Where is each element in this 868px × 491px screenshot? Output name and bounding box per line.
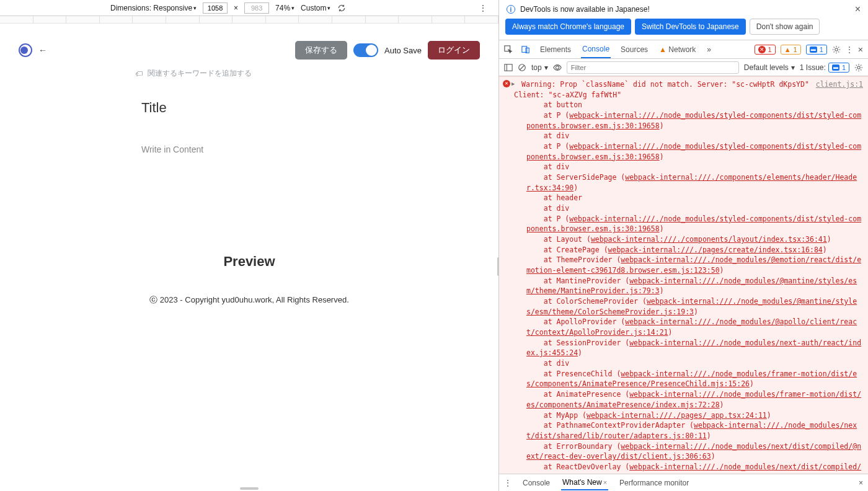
tag-icon: 🏷 — [135, 69, 143, 78]
close-devtools-icon[interactable]: × — [858, 45, 863, 55]
error-count-pill[interactable]: ✕1 — [755, 45, 776, 55]
close-banner-icon[interactable]: × — [855, 4, 861, 15]
drawer-tab-whatsnew[interactable]: What's New× — [561, 476, 608, 490]
devtools-panel: i DevTools is now available in Japanese!… — [499, 0, 868, 491]
kebab-menu-icon[interactable]: ⋮ — [479, 3, 487, 13]
settings-gear-icon[interactable] — [832, 45, 841, 54]
stack-link[interactable]: webpack-internal:///./node_modules/frame… — [526, 390, 861, 409]
drawer-kebab-icon[interactable]: ⋮ — [504, 479, 512, 487]
stack-link[interactable]: webpack-internal:///./node_modules/@mant… — [526, 297, 857, 316]
console-sidebar-toggle-icon[interactable] — [504, 63, 513, 72]
stack-link[interactable]: webpack-internal:///./pages/create/index… — [608, 246, 823, 254]
stack-frame: at div — [526, 203, 863, 214]
content-input[interactable]: Write in Content — [11, 120, 487, 179]
tab-elements[interactable]: Elements — [539, 42, 572, 58]
context-dropdown[interactable]: top ▾ — [531, 63, 548, 72]
tab-console[interactable]: Console — [581, 41, 611, 58]
stack-link[interactable]: webpack-internal:///./node_modules/next/… — [526, 462, 861, 474]
clear-console-icon[interactable] — [518, 63, 526, 72]
tag-placeholder: 関連するキーワードを追加する — [148, 68, 252, 79]
levels-value: Default levels — [744, 63, 789, 72]
always-match-button[interactable]: Always match Chrome's language — [505, 19, 631, 35]
issues-indicator[interactable]: 1 Issue: ▬1 — [800, 63, 849, 73]
throttle-dropdown[interactable]: Custom ▾ — [301, 4, 330, 12]
stack-link[interactable]: webpack-internal:///./components/element… — [526, 173, 857, 192]
stack-frame: at PathnameContextProviderAdapter (webpa… — [526, 420, 863, 441]
tab-sources[interactable]: Sources — [619, 42, 649, 58]
tag-input-row[interactable]: 🏷 関連するキーワードを追加する — [11, 66, 487, 81]
stack-link[interactable]: webpack-internal:///./node_modules/next-… — [526, 338, 861, 358]
login-button[interactable]: ログイン — [428, 41, 480, 60]
stack-link[interactable]: webpack-internal:///./node_modules/style… — [526, 142, 861, 161]
error-header-text: Warning: Prop `className` did not match.… — [514, 80, 809, 99]
tab-network[interactable]: ▲ Network — [658, 42, 697, 58]
warning-count-pill[interactable]: ▲1 — [781, 45, 801, 55]
dimensions-dropdown[interactable]: Dimensions: Responsive ▾ — [110, 4, 197, 12]
stack-link[interactable]: webpack-internal:///./node_modules/@mant… — [526, 276, 857, 296]
error-icon: ✕ — [503, 80, 510, 87]
kebab-menu-icon[interactable]: ⋮ — [846, 45, 853, 54]
console-error-message[interactable]: ✕ ▶ client.js:1 Warning: Prop `className… — [499, 76, 868, 474]
stack-frame: at ReactDevOverlay (webpack-internal:///… — [526, 462, 863, 474]
caret-down-icon: ▾ — [791, 63, 795, 72]
width-input[interactable] — [203, 2, 228, 14]
stack-link[interactable]: webpack-internal:///./node_modules/next/… — [526, 442, 861, 461]
save-button[interactable]: 保存する — [295, 41, 347, 60]
switch-japanese-button[interactable]: Switch DevTools to Japanese — [635, 19, 746, 35]
stack-frame: at P (webpack-internal:///./node_modules… — [526, 214, 863, 234]
stack-link[interactable]: webpack-internal:///./node_modules/frame… — [526, 369, 857, 389]
zoom-value: 74% — [275, 4, 290, 12]
stack-frame: at ApolloProvider (webpack-internal:///.… — [526, 317, 863, 337]
stack-frame: at P (webpack-internal:///./node_modules… — [526, 110, 863, 131]
stack-frame: at ServerSidePage (webpack-internal:///.… — [526, 172, 863, 193]
title-input[interactable]: Title — [11, 81, 487, 120]
dimensions-label: Dimensions: Responsive — [110, 4, 192, 12]
levels-dropdown[interactable]: Default levels ▾ — [744, 63, 795, 72]
app-frame: ← 保存する Auto Save ログイン 🏷 関連するキーワードを追加する T… — [11, 35, 487, 480]
autosave-label: Auto Save — [384, 46, 422, 55]
stack-link[interactable]: webpack-internal:///./node_modules/next/… — [526, 421, 857, 440]
svg-point-8 — [556, 66, 559, 69]
caret-down-icon: ▾ — [291, 5, 294, 11]
close-drawer-icon[interactable]: × — [859, 479, 863, 487]
stack-link[interactable]: webpack-internal:///./node_modules/@apol… — [526, 317, 857, 337]
stack-link[interactable]: webpack-internal:///./node_modules/style… — [526, 215, 861, 234]
stack-link[interactable]: webpack-internal:///./node_modules/@emot… — [526, 255, 861, 275]
filter-input[interactable] — [567, 61, 739, 74]
stack-link[interactable]: webpack-internal:///./pages/_app.tsx:24:… — [587, 411, 767, 420]
stack-frame: at MyApp (webpack-internal:///./pages/_a… — [526, 410, 863, 421]
app-header: ← 保存する Auto Save ログイン — [11, 35, 487, 66]
more-tabs-icon[interactable]: » — [706, 42, 712, 58]
info-icon: i — [507, 5, 515, 14]
device-toggle-icon[interactable] — [521, 45, 530, 54]
device-toolbar: Dimensions: Responsive ▾ × 74% ▾ Custom … — [0, 0, 498, 16]
throttle-value: Custom — [301, 4, 326, 12]
info-count-pill[interactable]: ▬1 — [806, 45, 827, 55]
drawer-tab-console[interactable]: Console — [521, 476, 551, 490]
rotate-icon[interactable] — [337, 3, 347, 13]
stack-frame: at div — [526, 162, 863, 172]
height-input[interactable] — [244, 2, 269, 14]
console-body[interactable]: ✕ ▶ client.js:1 Warning: Prop `className… — [499, 76, 868, 474]
language-banner: i DevTools is now available in Japanese!… — [499, 0, 868, 16]
inspect-element-icon[interactable] — [504, 45, 513, 54]
close-tab-icon[interactable]: × — [603, 479, 607, 486]
expand-triangle-icon[interactable]: ▶ — [512, 80, 515, 88]
live-expression-icon[interactable] — [553, 63, 562, 72]
stack-frame: at ColorSchemeProvider (webpack-internal… — [526, 296, 863, 317]
source-link[interactable]: client.js:1 — [816, 79, 863, 90]
devtools-tabs: Elements Console Sources ▲ Network » ✕1 … — [499, 40, 868, 59]
theme-toggle-icon[interactable] — [19, 43, 32, 57]
caret-down-icon: ▾ — [193, 5, 197, 11]
drawer-tab-perfmon[interactable]: Performance monitor — [618, 476, 690, 490]
autosave-toggle[interactable] — [353, 43, 378, 57]
console-settings-gear-icon[interactable] — [854, 63, 863, 72]
zoom-dropdown[interactable]: 74% ▾ — [275, 4, 294, 12]
stack-link[interactable]: webpack-internal:///./node_modules/style… — [526, 111, 861, 130]
dont-show-button[interactable]: Don't show again — [750, 19, 820, 35]
preview-heading: Preview — [11, 254, 487, 270]
back-arrow-icon[interactable]: ← — [38, 45, 47, 55]
banner-buttons: Always match Chrome's language Switch De… — [499, 16, 868, 40]
stack-link[interactable]: webpack-internal:///./components/layout/… — [591, 235, 827, 244]
resize-handle-horizontal[interactable] — [240, 487, 259, 490]
